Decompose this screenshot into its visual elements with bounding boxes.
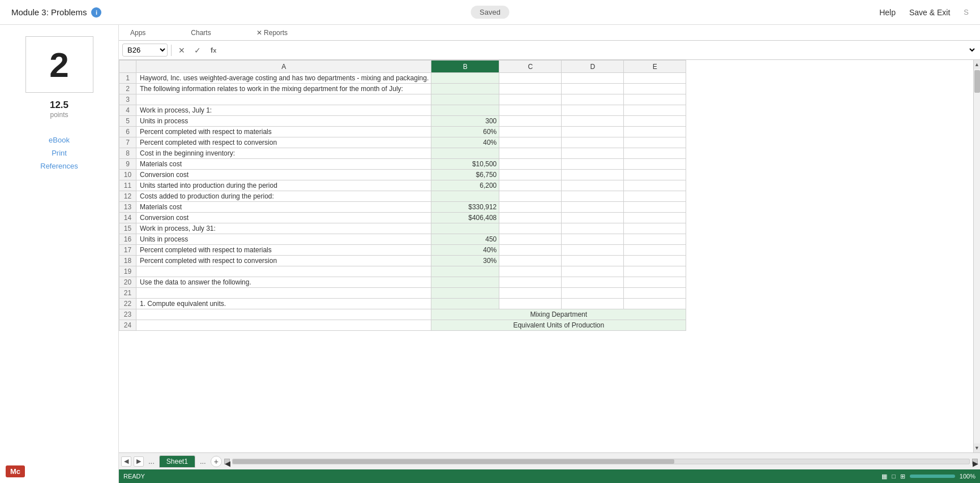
- cell-e[interactable]: [624, 223, 686, 234]
- cell-c[interactable]: [499, 148, 562, 159]
- cell-e[interactable]: [624, 94, 686, 105]
- cell-d[interactable]: [562, 137, 624, 148]
- cell-b[interactable]: Mixing Department: [431, 309, 686, 320]
- cell-b[interactable]: [431, 148, 499, 159]
- sheet1-tab[interactable]: Sheet1: [159, 455, 195, 468]
- sheet-dots-left[interactable]: ...: [146, 457, 157, 465]
- cell-c[interactable]: [499, 170, 562, 180]
- cell-e[interactable]: [624, 84, 686, 94]
- cell-e[interactable]: [624, 148, 686, 159]
- cell-e[interactable]: [624, 116, 686, 127]
- cell-a[interactable]: [136, 94, 431, 105]
- cell-e[interactable]: [624, 299, 686, 309]
- info-icon[interactable]: i: [91, 7, 101, 18]
- cell-d[interactable]: [562, 180, 624, 191]
- cell-a[interactable]: Units in process: [136, 234, 431, 245]
- cell-a[interactable]: Percent completed with respect to conver…: [136, 137, 431, 148]
- cell-b[interactable]: 40%: [431, 137, 499, 148]
- cell-b[interactable]: [431, 73, 499, 84]
- cell-b[interactable]: [431, 105, 499, 116]
- toolbar-charts[interactable]: Charts: [191, 29, 211, 37]
- cell-d[interactable]: [562, 202, 624, 213]
- cell-e[interactable]: [624, 213, 686, 223]
- scroll-down-btn[interactable]: ▼: [974, 443, 980, 452]
- cell-c[interactable]: [499, 234, 562, 245]
- cell-e[interactable]: [624, 170, 686, 180]
- cell-d[interactable]: [562, 170, 624, 180]
- cell-d[interactable]: [562, 223, 624, 234]
- sheet-dots-right[interactable]: ...: [198, 457, 208, 465]
- cell-e[interactable]: [624, 73, 686, 84]
- cell-b[interactable]: 6,200: [431, 180, 499, 191]
- cell-d[interactable]: [562, 116, 624, 127]
- cell-b[interactable]: 450: [431, 234, 499, 245]
- cell-d[interactable]: [562, 105, 624, 116]
- ebook-link[interactable]: eBook: [49, 136, 70, 144]
- cell-d[interactable]: [562, 94, 624, 105]
- cell-b[interactable]: [431, 84, 499, 94]
- cell-c[interactable]: [499, 223, 562, 234]
- cell-a[interactable]: Costs added to production during the per…: [136, 191, 431, 202]
- col-header-a[interactable]: A: [136, 61, 431, 73]
- col-header-e[interactable]: E: [624, 61, 686, 73]
- confirm-formula-btn[interactable]: ✓: [191, 44, 204, 57]
- cancel-formula-btn[interactable]: ✕: [175, 44, 189, 57]
- cell-b[interactable]: 300: [431, 116, 499, 127]
- cell-e[interactable]: [624, 266, 686, 277]
- cell-b[interactable]: [431, 223, 499, 234]
- cell-a[interactable]: Percent completed with respect to materi…: [136, 127, 431, 137]
- cell-b[interactable]: Equivalent Units of Production: [431, 320, 686, 331]
- cell-a[interactable]: Conversion cost: [136, 170, 431, 180]
- cell-d[interactable]: [562, 288, 624, 299]
- cell-e[interactable]: [624, 256, 686, 266]
- cell-e[interactable]: [624, 137, 686, 148]
- cell-c[interactable]: [499, 94, 562, 105]
- cell-c[interactable]: [499, 266, 562, 277]
- cell-e[interactable]: [624, 105, 686, 116]
- cell-a[interactable]: Units in process: [136, 116, 431, 127]
- cell-a[interactable]: Materials cost: [136, 159, 431, 170]
- zoom-slider[interactable]: [910, 475, 955, 478]
- references-link[interactable]: References: [40, 162, 78, 170]
- cell-c[interactable]: [499, 245, 562, 256]
- cell-d[interactable]: [562, 148, 624, 159]
- sheet-nav-prev-btn[interactable]: ◀: [121, 456, 131, 467]
- cell-b[interactable]: 40%: [431, 245, 499, 256]
- col-header-c[interactable]: C: [499, 61, 562, 73]
- cell-a[interactable]: [136, 309, 431, 320]
- cell-c[interactable]: [499, 180, 562, 191]
- cell-b[interactable]: $406,408: [431, 213, 499, 223]
- cell-a[interactable]: Work in process, July 31:: [136, 223, 431, 234]
- cell-e[interactable]: [624, 234, 686, 245]
- col-header-b[interactable]: B: [431, 61, 499, 73]
- cell-a[interactable]: Cost in the beginning inventory:: [136, 148, 431, 159]
- cell-a[interactable]: Use the data to answer the following.: [136, 277, 431, 288]
- cell-a[interactable]: Percent completed with respect to conver…: [136, 256, 431, 266]
- cell-a[interactable]: Work in process, July 1:: [136, 105, 431, 116]
- scroll-up-btn[interactable]: ▲: [974, 60, 980, 69]
- cell-d[interactable]: [562, 234, 624, 245]
- cell-c[interactable]: [499, 159, 562, 170]
- cell-d[interactable]: [562, 213, 624, 223]
- cell-e[interactable]: [624, 180, 686, 191]
- cell-c[interactable]: [499, 127, 562, 137]
- cell-reference-select[interactable]: B26: [122, 44, 168, 57]
- cell-c[interactable]: [499, 116, 562, 127]
- cell-c[interactable]: [499, 213, 562, 223]
- h-scroll-track[interactable]: [232, 459, 970, 464]
- cell-e[interactable]: [624, 159, 686, 170]
- cell-a[interactable]: Conversion cost: [136, 213, 431, 223]
- print-link[interactable]: Print: [52, 149, 67, 157]
- cell-b[interactable]: $10,500: [431, 159, 499, 170]
- cell-a[interactable]: [136, 288, 431, 299]
- toolbar-reports[interactable]: ✕ Reports: [256, 29, 288, 37]
- cell-d[interactable]: [562, 266, 624, 277]
- cell-e[interactable]: [624, 288, 686, 299]
- cell-b[interactable]: 30%: [431, 256, 499, 266]
- cell-a[interactable]: The following information relates to wor…: [136, 84, 431, 94]
- cell-d[interactable]: [562, 277, 624, 288]
- cell-c[interactable]: [499, 73, 562, 84]
- cell-b[interactable]: $6,750: [431, 170, 499, 180]
- cell-a[interactable]: Units started into production during the…: [136, 180, 431, 191]
- cell-b[interactable]: [431, 288, 499, 299]
